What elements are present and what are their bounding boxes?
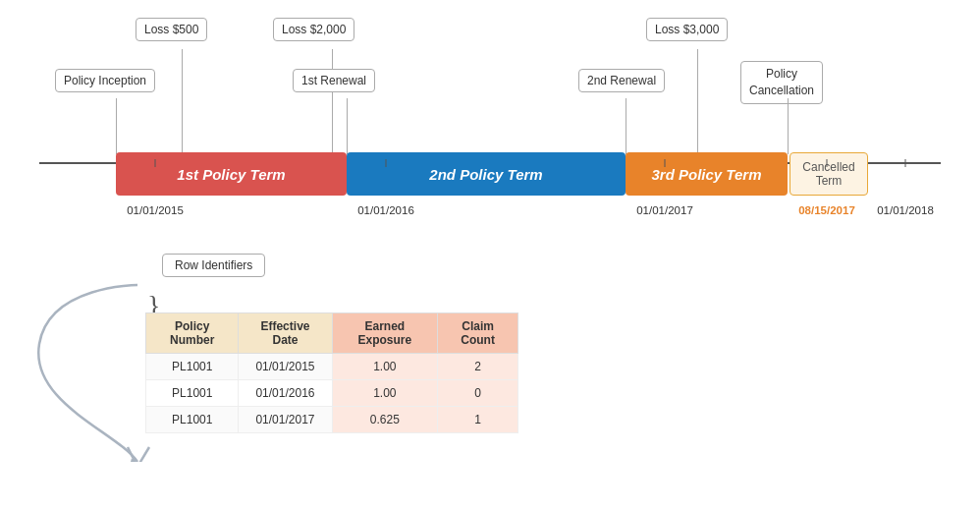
timeline-section: Loss $500 Loss $2,000 Loss $3,000 Policy…: [0, 0, 980, 256]
cell-policy-number: PL1001: [146, 354, 239, 380]
cell-policy-number: PL1001: [146, 407, 239, 433]
connector-loss500b: [182, 93, 183, 154]
cell-claim-count: 1: [438, 407, 518, 433]
cell-policy-number: PL1001: [146, 380, 239, 407]
table-row: PL1001 01/01/2015 1.00 2: [146, 354, 518, 380]
date-aug2017: 08/15/2017: [798, 204, 855, 216]
date-2015: 01/01/2015: [127, 204, 184, 216]
connector-loss3000: [697, 49, 698, 154]
tick-2018: [905, 159, 906, 167]
col-header-claim-count: Claim Count: [438, 313, 518, 354]
date-2017: 01/01/2017: [636, 204, 693, 216]
connector-loss500: [182, 49, 183, 93]
renewal1-box: 1st Renewal: [293, 69, 375, 92]
timeline-bars: 1st Policy Term 2nd Policy Term 3rd Poli…: [39, 152, 941, 196]
connector-renewal2: [626, 98, 626, 154]
cell-earned-exposure: 0.625: [332, 407, 438, 433]
connector-cancellation: [788, 98, 789, 154]
connector-loss2000: [332, 49, 333, 154]
policy-inception-box: Policy Inception: [55, 69, 155, 92]
renewal2-box: 2nd Renewal: [578, 69, 665, 92]
cell-effective-date: 01/01/2017: [239, 407, 332, 433]
term2-block: 2nd Policy Term: [347, 152, 626, 196]
table-row: PL1001 01/01/2017 0.625 1: [146, 407, 518, 433]
row-identifiers-box: Row Identifiers: [162, 254, 265, 277]
cancellation-box: PolicyCancellation: [740, 61, 823, 104]
cell-claim-count: 2: [438, 354, 518, 380]
table-row: PL1001 01/01/2016 1.00 0: [146, 380, 518, 407]
cell-earned-exposure: 1.00: [332, 380, 438, 407]
col-header-policy-number: Policy Number: [146, 313, 239, 354]
tick-2015: [155, 159, 156, 167]
tick-aug2017: [827, 159, 828, 167]
cell-effective-date: 01/01/2016: [239, 380, 332, 407]
data-table-container: Policy Number Effective Date Earned Expo…: [145, 312, 518, 433]
loss-3000-box: Loss $3,000: [646, 18, 728, 41]
tick-2016: [386, 159, 387, 167]
term1-block: 1st Policy Term: [116, 152, 347, 196]
col-header-earned-exposure: Earned Exposure: [332, 313, 438, 354]
tick-2017: [665, 159, 666, 167]
cell-effective-date: 01/01/2015: [239, 354, 332, 380]
loss-2000-box: Loss $2,000: [273, 18, 354, 41]
col-header-effective-date: Effective Date: [239, 313, 332, 354]
date-2018: 01/01/2018: [877, 204, 934, 216]
date-2016: 01/01/2016: [357, 204, 414, 216]
cell-earned-exposure: 1.00: [332, 354, 438, 380]
cell-claim-count: 0: [438, 380, 518, 407]
term3-block: 3rd Policy Term: [626, 152, 788, 196]
term-cancelled-block: CancelledTerm: [789, 152, 868, 196]
connector-renewal1: [347, 98, 348, 154]
data-table: Policy Number Effective Date Earned Expo…: [145, 312, 518, 433]
connector-inception: [116, 98, 117, 154]
loss-500-box: Loss $500: [136, 18, 207, 41]
